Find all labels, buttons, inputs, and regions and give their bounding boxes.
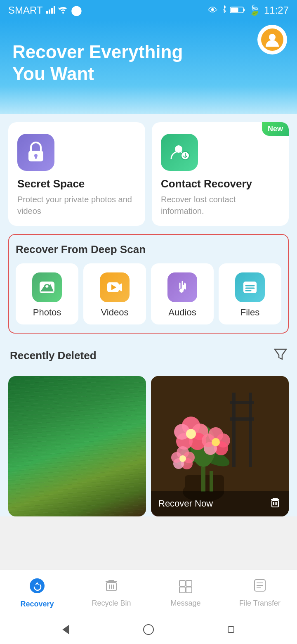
- recycle-bin-nav-label: Recycle Bin: [92, 599, 131, 608]
- photo-item-grass[interactable]: [8, 376, 146, 516]
- header: Recover EverythingYou Want: [0, 21, 297, 114]
- svg-marker-28: [275, 349, 286, 359]
- contact-recovery-title: Contact Recovery: [161, 178, 280, 190]
- recents-button[interactable]: [221, 619, 241, 640]
- avatar: [261, 28, 283, 51]
- recover-now-overlay[interactable]: Recover Now: [151, 491, 289, 516]
- svg-point-7: [269, 34, 276, 40]
- svg-rect-24: [243, 282, 257, 293]
- svg-rect-58: [210, 471, 213, 492]
- avatar-button[interactable]: [257, 25, 287, 54]
- time-text: 11:27: [264, 5, 289, 16]
- carrier-text: SMART: [8, 5, 43, 16]
- back-button[interactable]: [56, 619, 76, 640]
- file-transfer-nav-icon: [252, 578, 267, 597]
- secret-space-desc: Protect your private photos and videos: [17, 194, 136, 217]
- svg-rect-71: [179, 587, 185, 593]
- svg-rect-2: [51, 8, 53, 14]
- photos-label: Photos: [33, 307, 61, 318]
- svg-rect-1: [49, 9, 50, 14]
- scan-items: Photos Videos: [16, 263, 281, 324]
- svg-rect-70: [186, 580, 192, 586]
- contact-recovery-card[interactable]: New Contact Recovery Recover lost contac…: [152, 122, 289, 226]
- nav-item-file-transfer[interactable]: File Transfer: [223, 575, 297, 611]
- home-button[interactable]: [138, 619, 159, 640]
- photo-item-flowers[interactable]: Recover Now: [151, 376, 289, 516]
- svg-rect-10: [35, 156, 37, 159]
- svg-point-78: [144, 625, 153, 635]
- status-right: 👁 🍃 11:27: [208, 5, 289, 16]
- scan-item-videos[interactable]: Videos: [83, 263, 146, 324]
- secret-space-title: Secret Space: [17, 178, 136, 190]
- svg-rect-3: [54, 6, 55, 14]
- deep-scan-title: Recover From Deep Scan: [16, 243, 281, 256]
- audios-icon: [167, 272, 197, 302]
- bottom-nav: Recovery Recycle Bin Message: [0, 569, 297, 615]
- scan-item-photos[interactable]: Photos: [16, 263, 78, 324]
- files-label: Files: [240, 307, 259, 318]
- svg-marker-20: [119, 283, 122, 291]
- svg-rect-0: [46, 11, 48, 14]
- recover-now-text: Recover Now: [158, 498, 213, 509]
- svg-rect-32: [230, 401, 254, 404]
- svg-rect-5: [243, 9, 245, 11]
- leaf-icon: 🍃: [248, 5, 261, 16]
- recently-deleted-header: Recently Deleted: [8, 342, 289, 369]
- svg-rect-69: [179, 580, 185, 586]
- message-nav-label: Message: [170, 599, 200, 608]
- nav-item-recovery[interactable]: Recovery: [0, 575, 74, 611]
- nav-item-message[interactable]: Message: [148, 575, 223, 611]
- svg-rect-72: [186, 587, 192, 593]
- recently-deleted-title: Recently Deleted: [10, 349, 97, 362]
- svg-point-56: [179, 455, 186, 462]
- photo-grid: Recover Now: [8, 376, 289, 516]
- feature-cards: Secret Space Protect your private photos…: [8, 122, 289, 226]
- recovery-nav-label: Recovery: [20, 600, 54, 608]
- files-icon: [235, 272, 265, 302]
- audios-label: Audios: [168, 307, 196, 318]
- bluetooth-icon: [221, 5, 227, 16]
- recovery-nav-icon: [29, 578, 45, 597]
- system-nav-bar: [0, 615, 297, 644]
- videos-label: Videos: [101, 307, 129, 318]
- wifi-icon: [59, 5, 68, 16]
- filter-button[interactable]: [274, 348, 287, 364]
- svg-rect-79: [228, 627, 234, 632]
- recover-trash-icon: [269, 496, 281, 511]
- nav-item-recycle-bin[interactable]: Recycle Bin: [74, 575, 148, 611]
- contact-recovery-desc: Recover lost contact information.: [161, 194, 280, 217]
- message-nav-icon: [178, 578, 193, 597]
- svg-rect-57: [201, 467, 205, 492]
- secret-space-card[interactable]: Secret Space Protect your private photos…: [8, 122, 145, 226]
- new-badge: New: [262, 122, 289, 136]
- circle-icon: ⬤: [71, 5, 82, 16]
- signal-icon: [46, 5, 55, 16]
- file-transfer-nav-label: File Transfer: [239, 599, 280, 608]
- svg-marker-77: [63, 625, 69, 634]
- svg-rect-6: [231, 8, 238, 12]
- svg-point-50: [212, 438, 220, 446]
- svg-point-63: [30, 578, 45, 593]
- main-content: Secret Space Protect your private photos…: [0, 114, 297, 516]
- secret-space-icon: [17, 134, 54, 171]
- photos-icon: [32, 272, 62, 302]
- svg-rect-33: [230, 417, 254, 421]
- videos-icon: [100, 272, 130, 302]
- deep-scan-section: Recover From Deep Scan Photos: [8, 234, 289, 334]
- recycle-bin-nav-icon: [104, 578, 119, 597]
- svg-point-44: [186, 429, 196, 439]
- status-left: SMART ⬤: [8, 5, 82, 16]
- eye-icon: 👁: [208, 5, 218, 16]
- battery-icon: [230, 5, 245, 16]
- scan-item-files[interactable]: Files: [219, 263, 281, 324]
- header-title: Recover EverythingYou Want: [12, 41, 285, 85]
- svg-point-22: [179, 289, 184, 293]
- contact-recovery-icon: [161, 134, 198, 171]
- scan-item-audios[interactable]: Audios: [151, 263, 214, 324]
- status-bar: SMART ⬤ 👁 🍃 11:27: [0, 0, 297, 21]
